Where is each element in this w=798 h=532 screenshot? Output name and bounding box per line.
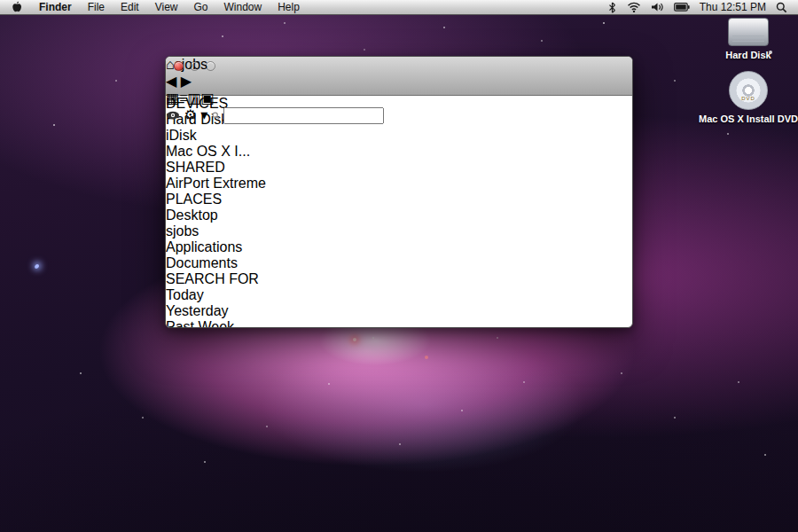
section-header[interactable]: SEARCH FOR: [166, 271, 632, 287]
navigation-buttons: ◀ ▶: [166, 73, 632, 90]
sidebar-section-search-for: SEARCH FOR TodayYesterdayPast WeekAll Im…: [166, 271, 632, 328]
finder-window: ⌂sjobs ◀ ▶ ▦≡▥▣ ⚙ ▾: [165, 56, 633, 328]
battery-icon[interactable]: [674, 3, 690, 12]
forward-button[interactable]: ▶: [181, 74, 192, 89]
search-icon: [212, 112, 220, 120]
wifi-icon[interactable]: [627, 2, 641, 12]
star: [353, 338, 356, 341]
sidebar: DEVICES Hard DiskiDiskMac OS X I... SHAR…: [166, 96, 632, 328]
sidebar-inner: DEVICES Hard DiskiDiskMac OS X I... SHAR…: [166, 96, 632, 328]
gear-icon: ⚙: [184, 107, 196, 122]
menu-window[interactable]: Window: [216, 0, 270, 15]
sidebar-item-macosx-install-dvd[interactable]: Mac OS X I...: [166, 144, 632, 160]
quick-look-button[interactable]: [166, 107, 184, 122]
sidebar-item-label: Documents: [166, 255, 238, 270]
desktop-icon-label: Hard Disk: [695, 50, 798, 60]
menu-view[interactable]: View: [147, 0, 186, 15]
sidebar-item-label: Yesterday: [166, 303, 229, 318]
dvd-icon: [729, 71, 768, 110]
coverflow-view-button[interactable]: ▣: [201, 90, 215, 106]
window-controls: [174, 61, 215, 71]
minimize-button[interactable]: [190, 61, 200, 71]
zoom-button[interactable]: [206, 61, 215, 71]
chevron-down-icon: ▾: [200, 107, 207, 122]
sidebar-item-label: Desktop: [166, 207, 218, 223]
sidebar-item-idisk[interactable]: iDisk: [166, 128, 632, 144]
apple-icon: [11, 1, 22, 13]
menu-file[interactable]: File: [80, 0, 113, 15]
sidebar-item-label: Applications: [166, 239, 242, 254]
sidebar-item-label: Past Week: [166, 319, 234, 328]
desktop-icon-install-dvd[interactable]: Mac OS X Install DVD: [695, 71, 798, 124]
section-header[interactable]: PLACES: [166, 192, 632, 207]
sidebar-item-airport-extreme[interactable]: AirPort Extreme: [166, 176, 632, 192]
sidebar-item-label: Mac OS X I...: [166, 144, 250, 159]
sidebar-item-label: AirPort Extreme: [166, 176, 266, 191]
sidebar-item-label: Today: [166, 287, 204, 302]
column-view-button[interactable]: ▥: [187, 90, 200, 106]
close-button[interactable]: [174, 61, 184, 71]
search-input[interactable]: [223, 107, 384, 124]
sidebar-item-desktop[interactable]: Desktop: [166, 207, 632, 223]
star: [35, 264, 39, 268]
action-button[interactable]: ⚙ ▾: [184, 107, 211, 122]
sidebar-item-label: iDisk: [166, 128, 197, 143]
menu-go[interactable]: Go: [186, 0, 216, 15]
window-header[interactable]: ⌂sjobs ◀ ▶ ▦≡▥▣ ⚙ ▾: [166, 57, 632, 96]
toolbar: ◀ ▶ ▦≡▥▣ ⚙ ▾: [166, 73, 632, 124]
sidebar-section-places: PLACES DesktopsjobsApplicationsDocuments: [166, 192, 632, 271]
section-header[interactable]: SHARED: [166, 160, 632, 176]
view-mode-control: ▦≡▥▣: [166, 90, 632, 106]
volume-icon[interactable]: [651, 2, 664, 12]
sidebar-item-label: sjobs: [166, 223, 199, 239]
eye-icon: [166, 111, 180, 120]
sidebar-item-today[interactable]: Today: [166, 287, 632, 303]
menu-bar-status-area: Thu 12:51 PM: [607, 1, 798, 13]
spotlight-icon[interactable]: [776, 2, 787, 13]
apple-menu[interactable]: [0, 1, 31, 13]
icon-view-button[interactable]: ▦: [166, 90, 179, 106]
menu-edit[interactable]: Edit: [113, 0, 147, 15]
sidebar-item-past-week[interactable]: Past Week: [166, 319, 632, 328]
search-field[interactable]: [212, 107, 384, 122]
sidebar-item-documents[interactable]: Documents: [166, 255, 632, 271]
window-title: ⌂sjobs: [166, 57, 632, 73]
sidebar-item-yesterday[interactable]: Yesterday: [166, 303, 632, 319]
hard-disk-icon: [728, 18, 769, 46]
sidebar-item-sjobs[interactable]: sjobs: [166, 223, 632, 239]
menu-bar: FinderFileEditViewGoWindowHelp Thu 12:51…: [0, 0, 798, 15]
window-main: DEVICES Hard DiskiDiskMac OS X I... SHAR…: [166, 96, 632, 328]
desktop-icon-hard-disk[interactable]: Hard Disk: [695, 18, 798, 60]
menu-finder[interactable]: Finder: [31, 0, 80, 15]
menu-list: FinderFileEditViewGoWindowHelp: [31, 0, 308, 15]
sidebar-section-shared: SHARED AirPort Extreme: [166, 160, 632, 192]
desktop-icon-label: Mac OS X Install DVD: [695, 113, 798, 124]
sidebar-item-applications[interactable]: Applications: [166, 239, 632, 255]
menu-help[interactable]: Help: [270, 0, 308, 15]
back-button[interactable]: ◀: [166, 74, 176, 89]
bluetooth-icon[interactable]: [607, 2, 617, 13]
menu-clock[interactable]: Thu 12:51 PM: [700, 1, 766, 13]
